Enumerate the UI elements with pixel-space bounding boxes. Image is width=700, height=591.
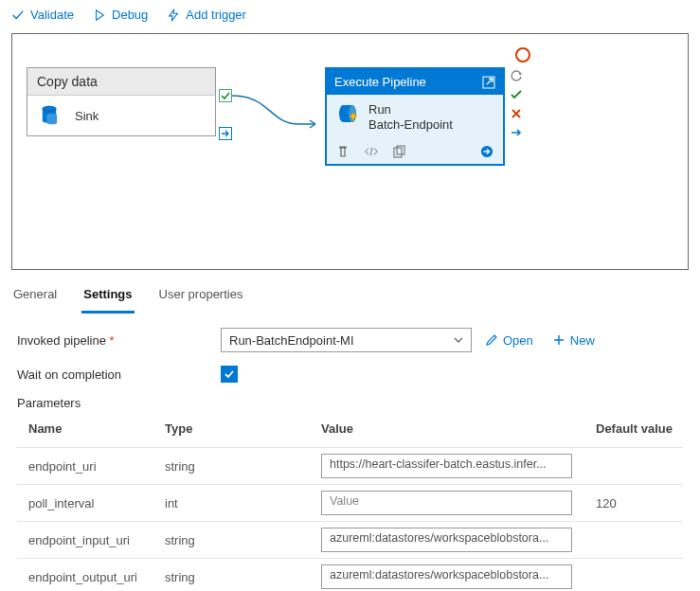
param-name: poll_interval — [17, 485, 159, 522]
param-name: endpoint_uri — [17, 448, 159, 485]
col-value: Value — [315, 414, 590, 448]
new-label: New — [570, 333, 595, 348]
error-indicator-icon — [515, 47, 530, 63]
tab-general[interactable]: General — [11, 281, 59, 313]
param-default — [590, 448, 683, 485]
success-port[interactable] — [219, 89, 232, 102]
chevron-down-icon — [454, 335, 463, 345]
svg-rect-7 — [397, 146, 404, 154]
open-pipeline-button[interactable]: Open — [485, 333, 533, 348]
go-arrow-icon[interactable] — [480, 145, 494, 158]
wait-on-completion-label: Wait on completion — [17, 367, 221, 382]
invoked-pipeline-value: Run-BatchEndpoint-MI — [229, 333, 354, 348]
parameters-heading: Parameters — [17, 396, 683, 410]
copy-data-title: Copy data — [27, 68, 215, 96]
execute-pipeline-title: Execute Pipeline — [334, 75, 426, 89]
success-status-icon — [509, 87, 524, 102]
properties-tabs: General Settings User properties — [0, 274, 700, 314]
param-value-input[interactable]: azureml:datastores/workspaceblobstora... — [321, 564, 572, 589]
tab-settings[interactable]: Settings — [81, 281, 134, 313]
plus-icon — [552, 333, 565, 347]
check-icon — [224, 368, 235, 380]
table-row: endpoint_input_uristringazureml:datastor… — [17, 522, 683, 559]
wait-on-completion-checkbox[interactable] — [221, 366, 238, 383]
validate-button[interactable]: Validate — [11, 8, 74, 22]
completion-port[interactable] — [219, 127, 232, 140]
param-type: string — [159, 559, 315, 592]
invoked-pipeline-label: Invoked pipeline * — [17, 333, 221, 348]
copy-data-activity[interactable]: Copy data Sink — [27, 67, 216, 136]
param-type: int — [159, 485, 315, 522]
invoked-pipeline-select[interactable]: Run-BatchEndpoint-MI — [221, 328, 472, 352]
new-pipeline-button[interactable]: New — [552, 333, 595, 348]
fail-status-icon — [509, 106, 524, 121]
param-value-input[interactable]: azureml:datastores/workspaceblobstora... — [321, 528, 572, 552]
add-trigger-label: Add trigger — [186, 8, 246, 22]
col-type: Type — [159, 414, 315, 448]
pipeline-canvas[interactable]: Copy data Sink Execute Pipeline — [11, 33, 689, 270]
copy-icon[interactable] — [393, 145, 406, 158]
param-type: string — [159, 522, 315, 559]
param-default — [590, 559, 683, 592]
exec-run-line2: Batch-Endpoint — [368, 117, 453, 133]
param-name: endpoint_input_uri — [17, 522, 159, 559]
delete-icon[interactable] — [336, 145, 350, 158]
table-row: endpoint_uristringhttps://heart-classife… — [17, 448, 683, 485]
param-value-input[interactable]: https://heart-classifer-batch.eastus.inf… — [321, 454, 572, 478]
undo-icon[interactable] — [509, 68, 524, 83]
param-value-input[interactable]: Value — [321, 491, 572, 515]
table-row: poll_intervalintValue120 — [17, 485, 683, 522]
check-icon — [221, 91, 230, 100]
database-icon — [41, 105, 58, 126]
execute-pipeline-activity[interactable]: Execute Pipeline Run Batch-Endpoint — [325, 67, 505, 166]
lightning-icon — [167, 9, 180, 22]
connector-line — [232, 86, 327, 143]
sink-label: Sink — [75, 109, 99, 123]
parameters-table: Name Type Value Default value endpoint_u… — [17, 414, 683, 591]
open-label: Open — [503, 333, 533, 348]
skip-arrow-icon — [509, 125, 524, 140]
col-default: Default value — [590, 414, 683, 448]
param-default: 120 — [590, 485, 683, 522]
debug-button[interactable]: Debug — [93, 8, 148, 22]
col-name: Name — [17, 414, 159, 448]
play-icon — [93, 9, 106, 22]
table-row: endpoint_output_uristringazureml:datasto… — [17, 559, 683, 592]
validate-label: Validate — [30, 8, 74, 22]
pencil-icon — [485, 333, 498, 347]
pipeline-run-icon — [336, 102, 359, 125]
debug-label: Debug — [112, 8, 148, 22]
param-name: endpoint_output_uri — [17, 559, 159, 592]
exec-run-line1: Run — [368, 102, 453, 117]
tab-user-properties[interactable]: User properties — [157, 281, 245, 313]
code-icon[interactable] — [365, 145, 378, 158]
param-type: string — [159, 448, 315, 485]
svg-rect-6 — [394, 148, 402, 157]
arrow-right-icon — [221, 129, 230, 138]
add-trigger-button[interactable]: Add trigger — [167, 8, 246, 22]
check-icon — [11, 9, 25, 22]
external-link-icon[interactable] — [482, 76, 495, 89]
param-default — [590, 522, 683, 559]
